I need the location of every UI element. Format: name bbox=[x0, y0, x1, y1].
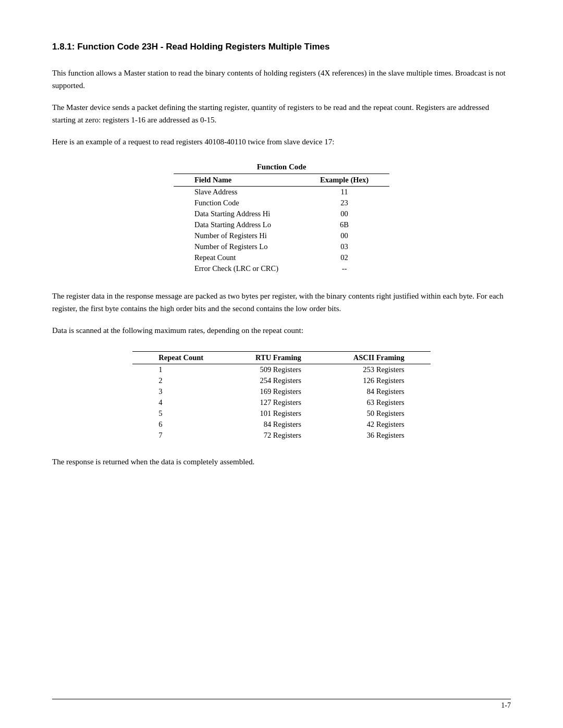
count-cell: 3 bbox=[132, 386, 229, 397]
table-row: 2254 Registers126 Registers bbox=[132, 375, 430, 386]
table-row: 4127 Registers63 Registers bbox=[132, 397, 430, 408]
field-name-cell: Slave Address bbox=[174, 187, 299, 198]
ascii-cell: 42 Registers bbox=[327, 419, 431, 430]
footer-line bbox=[52, 699, 511, 699]
example-cell: 02 bbox=[299, 252, 389, 263]
table-row: Number of Registers Hi00 bbox=[174, 230, 389, 241]
table-row: 3169 Registers84 Registers bbox=[132, 386, 430, 397]
paragraph-3: Here is an example of a request to read … bbox=[52, 135, 511, 148]
function-table-title: Function Code bbox=[52, 163, 511, 171]
field-name-cell: Number of Registers Hi bbox=[174, 230, 299, 241]
example-cell: 00 bbox=[299, 208, 389, 219]
page: 1.8.1: Function Code 23H - Read Holding … bbox=[0, 0, 563, 728]
function-table-section: Function Code Field Name Example (Hex) S… bbox=[52, 163, 511, 275]
rates-col3-header: ASCII Framing bbox=[327, 352, 431, 364]
table-row: Function Code23 bbox=[174, 198, 389, 208]
rates-col2-header: RTU Framing bbox=[229, 352, 327, 364]
field-name-cell: Data Starting Address Lo bbox=[174, 219, 299, 230]
field-name-cell: Error Check (LRC or CRC) bbox=[174, 263, 299, 275]
example-cell: 23 bbox=[299, 198, 389, 208]
col2-header: Example (Hex) bbox=[299, 174, 389, 187]
rates-table-section: Repeat Count RTU Framing ASCII Framing 1… bbox=[52, 351, 511, 441]
col1-header: Field Name bbox=[174, 174, 299, 187]
ascii-cell: 253 Registers bbox=[327, 364, 431, 376]
rates-col1-header: Repeat Count bbox=[132, 352, 229, 364]
table-row: 1509 Registers253 Registers bbox=[132, 364, 430, 376]
ascii-cell: 63 Registers bbox=[327, 397, 431, 408]
ascii-cell: 126 Registers bbox=[327, 375, 431, 386]
example-cell: 00 bbox=[299, 230, 389, 241]
rtu-cell: 84 Registers bbox=[229, 419, 327, 430]
ascii-cell: 84 Registers bbox=[327, 386, 431, 397]
example-cell: 6B bbox=[299, 219, 389, 230]
field-name-cell: Repeat Count bbox=[174, 252, 299, 263]
table-row: Error Check (LRC or CRC)-- bbox=[174, 263, 389, 275]
paragraph-1: This function allows a Master station to… bbox=[52, 67, 511, 92]
table-row: 5101 Registers50 Registers bbox=[132, 408, 430, 419]
table-row: Repeat Count02 bbox=[174, 252, 389, 263]
ascii-cell: 50 Registers bbox=[327, 408, 431, 419]
example-cell: -- bbox=[299, 263, 389, 275]
rtu-cell: 509 Registers bbox=[229, 364, 327, 376]
final-paragraph: The response is returned when the data i… bbox=[52, 455, 511, 468]
count-cell: 2 bbox=[132, 375, 229, 386]
rtu-cell: 127 Registers bbox=[229, 397, 327, 408]
page-number: 1-7 bbox=[501, 701, 511, 710]
paragraph-after-table-2: Data is scanned at the following maximum… bbox=[52, 324, 511, 337]
ascii-cell: 36 Registers bbox=[327, 430, 431, 441]
rtu-cell: 254 Registers bbox=[229, 375, 327, 386]
table-row: Data Starting Address Lo6B bbox=[174, 219, 389, 230]
count-cell: 7 bbox=[132, 430, 229, 441]
count-cell: 6 bbox=[132, 419, 229, 430]
paragraph-after-table-1: The register data in the response messag… bbox=[52, 290, 511, 315]
field-name-cell: Data Starting Address Hi bbox=[174, 208, 299, 219]
field-name-cell: Number of Registers Lo bbox=[174, 241, 299, 252]
count-cell: 4 bbox=[132, 397, 229, 408]
section-title: 1.8.1: Function Code 23H - Read Holding … bbox=[52, 42, 511, 52]
field-name-cell: Function Code bbox=[174, 198, 299, 208]
table-row: Data Starting Address Hi00 bbox=[174, 208, 389, 219]
table-row: 684 Registers42 Registers bbox=[132, 419, 430, 430]
table-row: Number of Registers Lo03 bbox=[174, 241, 389, 252]
table-row: Slave Address11 bbox=[174, 187, 389, 198]
function-table: Field Name Example (Hex) Slave Address11… bbox=[174, 174, 389, 275]
table-row: 772 Registers36 Registers bbox=[132, 430, 430, 441]
rtu-cell: 169 Registers bbox=[229, 386, 327, 397]
rates-table: Repeat Count RTU Framing ASCII Framing 1… bbox=[132, 351, 430, 441]
example-cell: 03 bbox=[299, 241, 389, 252]
paragraph-2: The Master device sends a packet definin… bbox=[52, 101, 511, 126]
rtu-cell: 101 Registers bbox=[229, 408, 327, 419]
rtu-cell: 72 Registers bbox=[229, 430, 327, 441]
count-cell: 1 bbox=[132, 364, 229, 376]
example-cell: 11 bbox=[299, 187, 389, 198]
count-cell: 5 bbox=[132, 408, 229, 419]
